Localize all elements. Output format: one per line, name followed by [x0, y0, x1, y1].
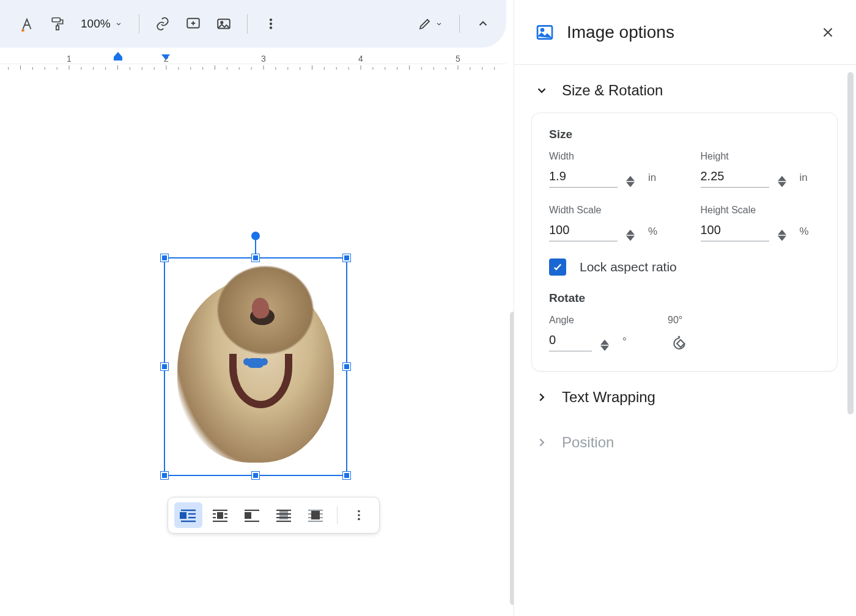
height-scale-input[interactable]: [701, 219, 769, 241]
more-tools-button[interactable]: [259, 12, 283, 36]
svg-point-6: [269, 23, 271, 25]
wrap-text-button[interactable]: [206, 502, 234, 528]
width-input[interactable]: [549, 166, 618, 188]
width-scale-input[interactable]: [549, 219, 618, 241]
svg-rect-1: [56, 26, 59, 30]
width-scale-stepper[interactable]: [626, 229, 635, 241]
zoom-value: 100%: [81, 17, 111, 31]
section-label: Text Wrapping: [562, 389, 655, 406]
svg-rect-69: [245, 512, 251, 519]
wrap-front-button[interactable]: [301, 502, 330, 528]
angle-input[interactable]: [549, 329, 592, 351]
panel-scrollbar[interactable]: [847, 72, 854, 414]
separator: [247, 14, 248, 34]
svg-point-84: [541, 29, 544, 31]
ruler-mark: 5: [456, 54, 460, 64]
left-indent-marker[interactable]: [113, 51, 124, 62]
width-unit: in: [648, 172, 656, 188]
rotate-90-button[interactable]: [668, 331, 691, 354]
image-options-panel: Image options Size & Rotation Size Width: [514, 0, 856, 616]
chevron-down-icon: [535, 84, 548, 97]
resize-handle-b[interactable]: [252, 472, 259, 479]
horizontal-ruler[interactable]: 1 2 3 4 5: [0, 54, 506, 72]
height-scale-label: Height Scale: [701, 205, 821, 216]
svg-point-82: [358, 518, 360, 521]
chevron-down-icon: [435, 20, 443, 28]
height-stepper[interactable]: [778, 175, 786, 188]
chevron-right-icon: [535, 436, 548, 449]
resize-handle-bl[interactable]: [161, 472, 168, 479]
insert-image-button[interactable]: [212, 12, 236, 36]
section-label: Size & Rotation: [562, 82, 663, 99]
image-selection-frame[interactable]: [164, 257, 347, 476]
insert-link-button[interactable]: [150, 12, 175, 36]
wrap-behind-button[interactable]: [270, 502, 298, 528]
panel-header: Image options: [514, 0, 856, 65]
pencil-icon: [418, 16, 432, 31]
width-stepper[interactable]: [626, 175, 635, 188]
rotation-handle[interactable]: [251, 232, 260, 240]
wrap-more-button[interactable]: [345, 502, 373, 528]
width-scale-label: Width Scale: [549, 205, 669, 216]
section-size-rotation-toggle[interactable]: Size & Rotation: [535, 71, 845, 110]
chevron-up-icon: [475, 16, 491, 32]
resize-handle-tr[interactable]: [343, 254, 350, 262]
resize-handle-r[interactable]: [343, 363, 350, 370]
text-wrap-floating-toolbar: [168, 497, 380, 534]
format-paint-button[interactable]: [45, 12, 70, 36]
height-scale-unit: %: [800, 226, 809, 241]
svg-marker-54: [114, 52, 122, 61]
section-position-toggle: Position: [535, 423, 845, 462]
size-heading: Size: [549, 128, 820, 141]
selected-image[interactable]: [169, 262, 342, 471]
svg-point-80: [358, 510, 360, 513]
svg-point-5: [269, 18, 271, 21]
svg-marker-53: [161, 54, 170, 60]
svg-rect-0: [52, 18, 60, 22]
resize-handle-br[interactable]: [343, 472, 350, 479]
svg-point-81: [358, 514, 360, 516]
section-label: Position: [562, 434, 614, 451]
angle-label: Angle: [549, 315, 629, 326]
separator: [139, 14, 139, 34]
collapse-toolbar-button[interactable]: [471, 12, 495, 36]
image-icon: [535, 23, 555, 42]
toolbar: 100%: [0, 0, 506, 48]
add-comment-button[interactable]: [181, 12, 205, 36]
svg-rect-59: [180, 512, 186, 519]
first-line-indent-marker[interactable]: [160, 53, 171, 61]
svg-rect-66: [217, 512, 223, 519]
angle-unit: °: [622, 336, 627, 351]
separator: [459, 15, 460, 33]
angle-stepper[interactable]: [600, 339, 609, 351]
height-scale-stepper[interactable]: [778, 229, 786, 241]
ruler-mark: 1: [67, 54, 72, 64]
wrap-inline-button[interactable]: [174, 502, 202, 528]
section-text-wrapping-toggle[interactable]: Text Wrapping: [535, 378, 845, 417]
rotate-heading: Rotate: [549, 292, 820, 305]
editing-mode-dropdown[interactable]: [418, 16, 443, 31]
lock-aspect-checkbox[interactable]: [549, 258, 566, 276]
lock-aspect-label: Lock aspect ratio: [580, 260, 677, 274]
height-unit: in: [800, 172, 808, 188]
wrap-break-button[interactable]: [238, 502, 266, 528]
check-icon: [552, 262, 563, 273]
height-label: Height: [701, 151, 821, 162]
svg-point-7: [269, 26, 271, 29]
rotate-90-label: 90°: [668, 315, 682, 326]
ruler-mark: 4: [358, 54, 363, 64]
document-canvas[interactable]: [0, 72, 506, 616]
panel-title: Image options: [567, 23, 674, 42]
resize-handle-tl[interactable]: [161, 254, 168, 262]
svg-rect-79: [311, 511, 320, 519]
close-icon: [820, 24, 836, 40]
text-color-button[interactable]: [15, 12, 39, 36]
close-panel-button[interactable]: [816, 20, 840, 45]
zoom-dropdown[interactable]: 100%: [76, 17, 128, 31]
height-input[interactable]: [701, 166, 769, 188]
svg-point-4: [221, 21, 223, 23]
resize-handle-t[interactable]: [252, 254, 259, 262]
size-rotation-card: Size Width in Height: [531, 112, 838, 372]
rotate-icon: [671, 334, 687, 350]
resize-handle-l[interactable]: [161, 363, 168, 370]
